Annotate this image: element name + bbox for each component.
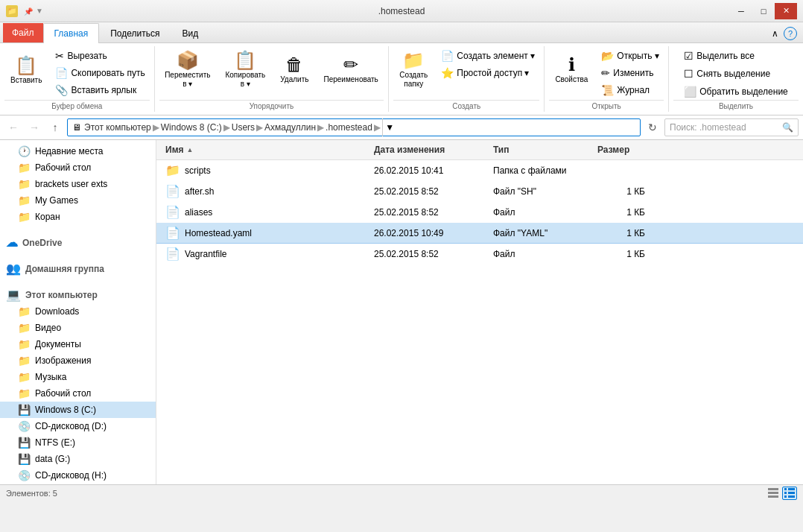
clipboard-content: 📋 Вставить ✂ Вырезать 📄 Скопировать путь… bbox=[4, 48, 150, 100]
new-folder-button[interactable]: 📁 Создатьпапку bbox=[393, 48, 434, 92]
sidebar-item-desktop2[interactable]: 📁 Рабочий стол bbox=[0, 385, 156, 402]
refresh-button[interactable]: ↻ bbox=[644, 118, 661, 136]
sidebar-homegroup-header[interactable]: 👥 Домашняя группа bbox=[0, 257, 156, 277]
edit-button[interactable]: ✏ Изменить bbox=[596, 65, 664, 81]
sidebar-item-images[interactable]: 📁 Изображения bbox=[0, 352, 156, 369]
file-row[interactable]: 📁 scripts 26.02.2015 10:41 Папка с файла… bbox=[156, 160, 803, 181]
history-icon: 📜 bbox=[601, 84, 614, 96]
file-modified-homestead: 26.02.2015 10:49 bbox=[371, 227, 490, 239]
path-users: Users bbox=[232, 122, 255, 133]
minimize-button[interactable]: ─ bbox=[730, 3, 752, 19]
data-g-icon: 💾 bbox=[18, 453, 31, 465]
koran-icon: 📁 bbox=[18, 211, 31, 223]
sidebar-item-music[interactable]: 📁 Музыка bbox=[0, 369, 156, 385]
history-button[interactable]: 📜 Журнал bbox=[596, 82, 664, 98]
cdrom-h-icon: 💿 bbox=[18, 469, 31, 481]
sidebar-item-cdrom-h[interactable]: 💿 CD-дисковод (H:) bbox=[0, 467, 156, 484]
file-name-homestead: Homestead.yaml bbox=[185, 228, 252, 238]
sidebar-item-brackets[interactable]: 📁 brackets user exts bbox=[0, 176, 156, 192]
status-bar: Элементов: 5 bbox=[0, 484, 803, 501]
delete-button[interactable]: 🗑 Удалить bbox=[273, 48, 315, 92]
move-button[interactable]: 📦 Переместитьв ▾ bbox=[158, 48, 217, 92]
back-button[interactable]: ← bbox=[4, 118, 22, 136]
file-icon-vagrantfile: 📄 bbox=[165, 247, 180, 261]
paste-shortcut-button[interactable]: 📎 Вставить ярлык bbox=[50, 82, 150, 98]
cut-button[interactable]: ✂ Вырезать bbox=[50, 48, 150, 64]
file-name-aliases: aliases bbox=[185, 207, 212, 218]
search-box[interactable]: Поиск: .homestead 🔍 bbox=[664, 118, 799, 136]
column-size[interactable]: Размер bbox=[594, 143, 654, 156]
new-item-button[interactable]: 📄 Создать элемент ▾ bbox=[436, 48, 540, 64]
up-button[interactable]: ↑ bbox=[46, 118, 64, 136]
file-row[interactable]: 📄 aliases 25.02.2015 8:52 Файл 1 КБ bbox=[156, 202, 803, 223]
file-row[interactable]: 📄 Vagrantfile 25.02.2015 8:52 Файл 1 КБ bbox=[156, 244, 803, 265]
easy-access-button[interactable]: ⭐ Простой доступ ▾ bbox=[436, 65, 540, 81]
organize-label: Упорядочить bbox=[159, 100, 384, 110]
path-home-icon: 🖥 bbox=[72, 122, 81, 133]
file-icon-aliases: 📄 bbox=[165, 205, 180, 219]
sidebar-item-recent-label: Недавние места bbox=[35, 146, 103, 156]
column-name[interactable]: Имя ▲ bbox=[162, 143, 371, 156]
sort-indicator: ▲ bbox=[187, 146, 194, 153]
invert-select-button[interactable]: ⬜ Обратить выделение bbox=[679, 83, 793, 100]
sidebar-item-desktop[interactable]: 📁 Рабочий стол bbox=[0, 159, 156, 176]
sidebar-item-documents[interactable]: 📁 Документы bbox=[0, 336, 156, 352]
address-dropdown-button[interactable]: ▼ bbox=[382, 118, 397, 136]
collapse-ribbon-button[interactable]: ∧ bbox=[766, 25, 784, 42]
address-path[interactable]: 🖥 Этот компьютер ▶ Windows 8 (C:) ▶ User… bbox=[67, 118, 641, 136]
copy-path-button[interactable]: 📄 Скопировать путь bbox=[50, 65, 150, 81]
file-size-homestead: 1 КБ bbox=[594, 227, 654, 239]
tab-file[interactable]: Файл bbox=[3, 23, 43, 42]
sidebar-item-cdrom-d[interactable]: 💿 CD-дисковод (D:) bbox=[0, 418, 156, 434]
ribbon-section-open: ℹ Свойства 📂 Открыть ▾ ✏ Изменить 📜 Журн… bbox=[545, 46, 669, 112]
sidebar-item-downloads[interactable]: 📁 Downloads bbox=[0, 303, 156, 320]
detail-view-icon bbox=[784, 488, 795, 498]
sidebar: 🕐 Недавние места 📁 Рабочий стол 📁 bracke… bbox=[0, 140, 156, 484]
sidebar-item-data-g[interactable]: 💾 data (G:) bbox=[0, 451, 156, 467]
sidebar-item-recent[interactable]: 🕐 Недавние места bbox=[0, 143, 156, 159]
file-row-selected[interactable]: 📄 Homestead.yaml 26.02.2015 10:49 Файл "… bbox=[156, 223, 803, 244]
detail-view-button[interactable] bbox=[782, 487, 797, 500]
tab-view[interactable]: Вид bbox=[171, 23, 209, 43]
help-button[interactable]: ? bbox=[784, 27, 797, 40]
properties-button[interactable]: ℹ Свойства bbox=[548, 48, 594, 92]
select-all-button[interactable]: ☑ Выделить все bbox=[679, 48, 760, 64]
sidebar-item-data-g-label: data (G:) bbox=[35, 454, 70, 464]
svg-rect-3 bbox=[784, 488, 787, 490]
sidebar-item-mygames[interactable]: 📁 My Games bbox=[0, 192, 156, 209]
forward-button[interactable]: → bbox=[25, 118, 43, 136]
file-modified-vagrantfile: 25.02.2015 8:52 bbox=[371, 248, 490, 260]
sidebar-item-koran[interactable]: 📁 Коран bbox=[0, 209, 156, 225]
copy-button[interactable]: 📋 Копироватьв ▾ bbox=[218, 48, 272, 92]
tab-home[interactable]: Главная bbox=[43, 23, 100, 43]
sidebar-onedrive-header[interactable]: ☁ OneDrive bbox=[0, 231, 156, 251]
create-content: 📁 Создатьпапку 📄 Создать элемент ▾ ⭐ Про… bbox=[393, 48, 540, 100]
file-type-aliases: Файл bbox=[490, 206, 594, 218]
list-view-icon bbox=[768, 488, 778, 498]
ribbon-chevrons: ∧ ? bbox=[766, 25, 800, 42]
paste-button[interactable]: 📋 Вставить bbox=[4, 48, 48, 94]
copy-label: Копироватьв ▾ bbox=[225, 71, 265, 89]
column-modified[interactable]: Дата изменения bbox=[371, 143, 490, 156]
column-type[interactable]: Тип bbox=[490, 143, 594, 156]
sidebar-item-ntfs-e[interactable]: 💾 NTFS (E:) bbox=[0, 434, 156, 451]
sidebar-item-cdrom-h-label: CD-дисковод (H:) bbox=[35, 470, 107, 481]
downloads-icon: 📁 bbox=[18, 305, 31, 317]
file-row[interactable]: 📄 after.sh 25.02.2015 8:52 Файл "SH" 1 К… bbox=[156, 181, 803, 202]
create-label: Создать bbox=[393, 100, 539, 110]
deselect-all-button[interactable]: ☐ Снять выделение bbox=[679, 66, 775, 82]
ribbon-section-create: 📁 Создатьпапку 📄 Создать элемент ▾ ⭐ Про… bbox=[389, 46, 545, 112]
sidebar-item-win8[interactable]: 💾 Windows 8 (C:) bbox=[0, 402, 156, 418]
open-button[interactable]: 📂 Открыть ▾ bbox=[596, 48, 664, 64]
sidebar-item-video[interactable]: 📁 Видео bbox=[0, 320, 156, 336]
tab-share[interactable]: Поделиться bbox=[99, 23, 171, 43]
maximize-button[interactable]: □ bbox=[752, 3, 775, 19]
rename-button[interactable]: ✏ Переименовать bbox=[317, 48, 384, 92]
list-view-button[interactable] bbox=[766, 487, 781, 500]
close-button[interactable]: ✕ bbox=[775, 3, 797, 19]
sidebar-item-downloads-label: Downloads bbox=[35, 306, 79, 317]
view-buttons bbox=[766, 487, 797, 500]
file-list-header[interactable]: Имя ▲ Дата изменения Тип Размер bbox=[156, 140, 803, 160]
cdrom-d-icon: 💿 bbox=[18, 420, 31, 432]
sidebar-computer-header[interactable]: 💻 Этот компьютер bbox=[0, 283, 156, 303]
